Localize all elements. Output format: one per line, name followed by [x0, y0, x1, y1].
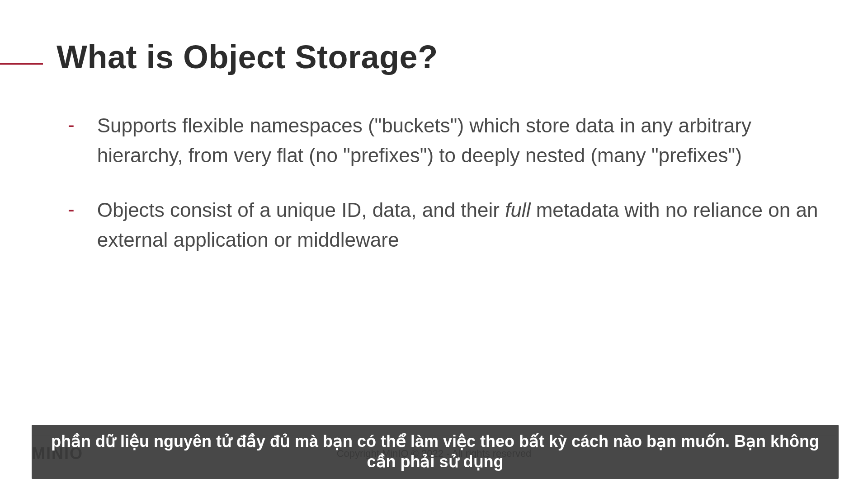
bullet-text-italic: full [505, 199, 530, 221]
bullet-text-before: Supports flexible namespaces ("buckets")… [97, 114, 751, 166]
bullet-dash: - [68, 195, 75, 223]
bullet-item: - Supports flexible namespaces ("buckets… [68, 111, 832, 170]
slide: What is Object Storage? - Supports flexi… [0, 0, 868, 488]
slide-header: What is Object Storage? [0, 38, 868, 75]
accent-line [0, 63, 43, 65]
bullet-text: Supports flexible namespaces ("buckets")… [97, 111, 832, 170]
bullet-text: Objects consist of a unique ID, data, an… [97, 195, 832, 255]
subtitle-caption: phần dữ liệu nguyên tử đầy đủ mà bạn có … [32, 425, 839, 479]
bullet-dash: - [68, 111, 75, 139]
slide-title: What is Object Storage? [57, 38, 438, 75]
bullet-list: - Supports flexible namespaces ("buckets… [68, 111, 832, 280]
bullet-item: - Objects consist of a unique ID, data, … [68, 195, 832, 255]
bullet-text-before: Objects consist of a unique ID, data, an… [97, 199, 505, 221]
